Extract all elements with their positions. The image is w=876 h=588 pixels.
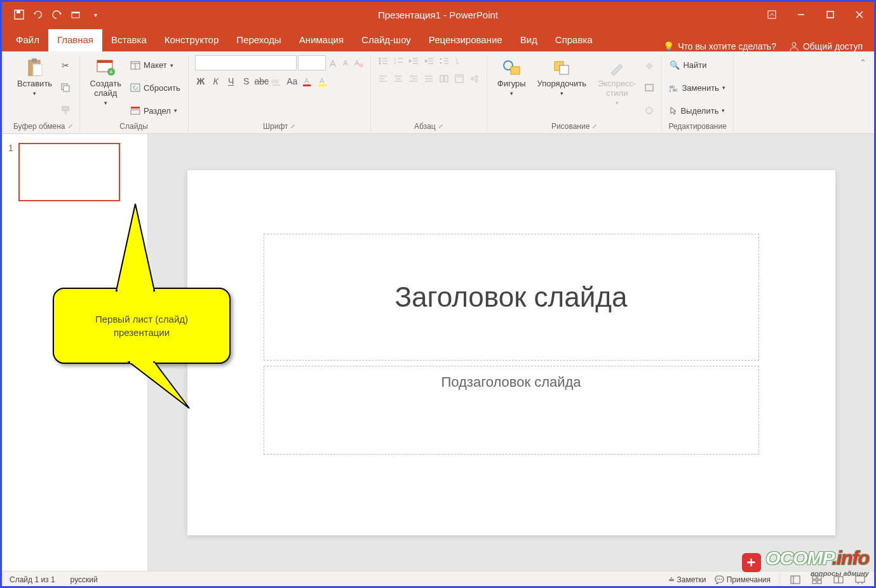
callout-arrow — [78, 202, 205, 418]
shape-fill-icon[interactable] — [644, 60, 655, 71]
group-editing: 🔍Найти abacЗаменить ▾ Выделить ▾ Редакти… — [662, 55, 733, 132]
quick-styles-button[interactable]: Экспресс- стили▾ — [594, 55, 640, 121]
svg-rect-66 — [440, 76, 443, 82]
tab-review[interactable]: Рецензирование — [420, 29, 511, 51]
justify-icon[interactable] — [423, 73, 435, 84]
svg-rect-14 — [64, 86, 69, 91]
tab-view[interactable]: Вид — [511, 29, 546, 51]
title-placeholder[interactable]: Заголовок слайда — [264, 234, 759, 361]
tab-transitions[interactable]: Переходы — [227, 29, 290, 51]
save-icon[interactable] — [13, 9, 25, 20]
dialog-launcher-icon[interactable]: ⤢ — [438, 123, 443, 130]
clear-formatting-icon[interactable]: A — [353, 57, 364, 69]
start-from-beginning-icon[interactable] — [71, 9, 82, 20]
minimize-icon[interactable] — [786, 2, 816, 27]
text-direction-icon[interactable]: ⤵ — [454, 55, 465, 67]
share-button[interactable]: Общий доступ — [789, 41, 863, 51]
shapes-button[interactable]: Фигуры▾ — [494, 55, 530, 121]
shadow-icon[interactable]: S — [241, 76, 252, 87]
undo-icon[interactable] — [32, 9, 44, 20]
smartart-icon[interactable] — [469, 73, 480, 84]
svg-text:ac: ac — [673, 88, 678, 92]
format-painter-icon[interactable] — [60, 105, 71, 116]
italic-icon[interactable]: К — [210, 76, 222, 87]
slide-canvas-area[interactable]: Заголовок слайда Подзаголовок слайда — [148, 134, 874, 571]
increase-indent-icon[interactable] — [423, 55, 435, 67]
font-size-input[interactable] — [298, 55, 326, 70]
select-button[interactable]: Выделить ▾ — [668, 105, 726, 116]
maximize-icon[interactable] — [816, 2, 845, 27]
svg-rect-31 — [303, 84, 311, 86]
thumb-preview[interactable] — [18, 143, 120, 201]
bold-icon[interactable]: Ж — [195, 76, 206, 87]
slide-counter[interactable]: Слайд 1 из 1 — [10, 575, 55, 584]
notes-button[interactable]: ≐ Заметки — [668, 575, 706, 584]
decrease-font-icon[interactable]: A — [340, 57, 351, 69]
arrange-button[interactable]: Упорядочить▾ — [534, 55, 590, 121]
tab-slideshow[interactable]: Слайд-шоу — [353, 29, 420, 51]
svg-rect-15 — [62, 107, 69, 110]
svg-rect-3 — [72, 12, 79, 13]
increase-font-icon[interactable]: A — [327, 57, 339, 69]
subtitle-placeholder[interactable]: Подзаголовок слайда — [264, 366, 759, 455]
replace-button[interactable]: abacЗаменить ▾ — [668, 83, 726, 93]
svg-text:+: + — [109, 69, 113, 76]
align-center-icon[interactable] — [393, 73, 404, 84]
strikethrough-icon[interactable]: abc — [256, 76, 267, 87]
cut-icon[interactable]: ✂ — [60, 60, 71, 71]
paste-button[interactable]: Вставить ▾ — [13, 55, 56, 121]
group-paragraph-label: Абзац — [414, 122, 436, 131]
collapse-ribbon-icon[interactable]: ⌃ — [859, 58, 866, 67]
new-slide-button[interactable]: + Создать слайд ▾ — [86, 55, 125, 121]
svg-rect-26 — [131, 110, 140, 114]
decrease-indent-icon[interactable] — [408, 55, 419, 67]
align-text-icon[interactable] — [454, 73, 465, 84]
underline-icon[interactable]: Ч — [226, 76, 237, 87]
svg-text:A: A — [320, 77, 325, 84]
line-spacing-icon[interactable] — [438, 55, 450, 67]
language-indicator[interactable]: русский — [71, 575, 98, 584]
svg-rect-25 — [131, 107, 140, 109]
highlight-icon[interactable]: A — [317, 76, 328, 87]
svg-rect-6 — [827, 11, 833, 18]
char-spacing-icon[interactable]: AV — [271, 76, 283, 87]
redo-icon[interactable] — [51, 9, 63, 20]
watermark-plus-icon: + — [742, 553, 761, 572]
slide[interactable]: Заголовок слайда Подзаголовок слайда — [187, 170, 835, 535]
group-editing-label: Редактирование — [668, 122, 726, 131]
dialog-launcher-icon[interactable]: ⤢ — [68, 123, 73, 130]
clipboard-icon — [25, 58, 45, 78]
reset-button[interactable]: Сбросить — [129, 83, 182, 93]
tab-help[interactable]: Справка — [546, 29, 602, 51]
font-color-icon[interactable]: A — [302, 76, 313, 87]
section-button[interactable]: Раздел ▾ — [129, 105, 182, 116]
tab-home[interactable]: Главная — [48, 29, 102, 51]
font-name-input[interactable] — [195, 55, 297, 70]
tab-animation[interactable]: Анимация — [290, 29, 353, 51]
close-icon[interactable] — [845, 2, 874, 27]
layout-button[interactable]: Макет ▾ — [129, 60, 182, 70]
qat-dropdown-icon[interactable]: ▾ — [90, 9, 101, 20]
numbering-icon[interactable]: 12 — [393, 55, 404, 67]
arrange-icon — [551, 58, 572, 78]
align-right-icon[interactable] — [408, 73, 419, 84]
slide-thumbnail-1[interactable]: 1 — [8, 143, 141, 201]
shape-outline-icon[interactable] — [644, 82, 655, 93]
ribbon-display-options-icon[interactable] — [757, 2, 786, 27]
bullets-icon[interactable] — [377, 55, 389, 67]
dialog-launcher-icon[interactable]: ⤢ — [290, 123, 295, 130]
dialog-launcher-icon[interactable]: ⤢ — [592, 123, 597, 130]
tab-file[interactable]: Файл — [7, 29, 48, 51]
quick-access-toolbar: ▾ — [2, 9, 101, 20]
tab-design[interactable]: Конструктор — [156, 29, 228, 51]
tell-me-search[interactable]: 💡 Что вы хотите сделать? — [663, 41, 776, 51]
columns-icon[interactable] — [438, 73, 450, 84]
tab-insert[interactable]: Вставка — [102, 29, 156, 51]
paste-label: Вставить — [17, 79, 52, 89]
copy-icon[interactable] — [60, 82, 71, 93]
ribbon-content: Вставить ▾ ✂ Буфер обмена ⤢ + Создать сл… — [2, 51, 874, 134]
change-case-icon[interactable]: Aa — [286, 76, 298, 87]
find-button[interactable]: 🔍Найти — [668, 60, 726, 70]
shape-effects-icon[interactable] — [644, 105, 655, 116]
align-left-icon[interactable] — [377, 73, 389, 84]
